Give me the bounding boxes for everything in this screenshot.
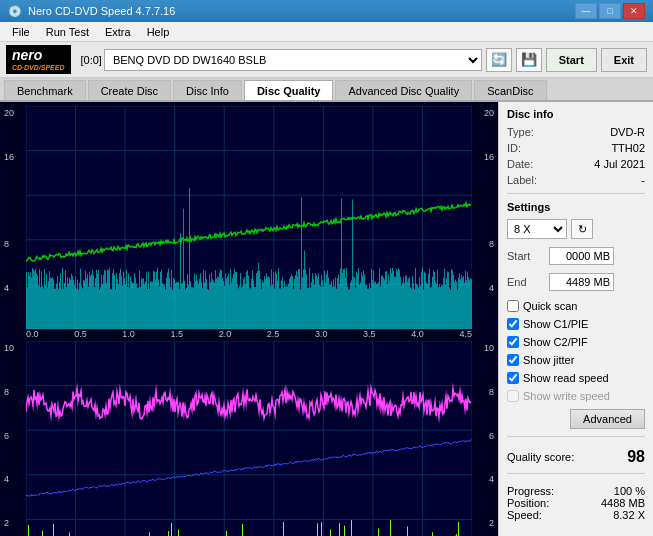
top-chart-container: 20 16 8 4 20 16 8 4 [4, 106, 494, 329]
menubar: File Run Test Extra Help [0, 22, 653, 42]
titlebar: 💿 Nero CD-DVD Speed 4.7.7.16 — □ ✕ [0, 0, 653, 22]
y-label-8: 8 [4, 239, 26, 249]
disc-date-row: Date: 4 Jul 2021 [507, 158, 645, 170]
show-c2pif-label: Show C2/PIF [523, 336, 588, 348]
show-write-speed-row: Show write speed [507, 390, 645, 402]
show-c1pie-row: Show C1/PIE [507, 318, 645, 330]
refresh-settings-icon[interactable]: ↻ [571, 219, 593, 239]
main-content: 20 16 8 4 20 16 8 4 [0, 102, 653, 536]
disc-id-row: ID: TTH02 [507, 142, 645, 154]
divider-1 [507, 193, 645, 194]
bottom-chart-canvas [26, 341, 472, 536]
drive-select[interactable]: BENQ DVD DD DW1640 BSLB [104, 49, 482, 71]
y-label-20: 20 [4, 108, 26, 118]
nero-logo-sub: CD·DVD/SPEED [12, 64, 65, 72]
quick-scan-row: Quick scan [507, 300, 645, 312]
menu-help[interactable]: Help [139, 24, 178, 40]
drive-index-label: [0:0] [81, 54, 102, 66]
position-label: Position: [507, 497, 549, 509]
quality-score-value: 98 [627, 448, 645, 466]
end-row: End 4489 MB [507, 273, 645, 291]
progress-label: Progress: [507, 485, 554, 497]
top-chart-y-axis-left: 20 16 8 4 [4, 106, 26, 329]
show-read-speed-label: Show read speed [523, 372, 609, 384]
save-icon[interactable]: 💾 [516, 48, 542, 72]
start-label: Start [507, 250, 545, 262]
bottom-chart-container: 108642 108642 [4, 341, 494, 536]
app-icon: 💿 [8, 5, 22, 18]
show-write-speed-label: Show write speed [523, 390, 610, 402]
show-write-speed-checkbox[interactable] [507, 390, 519, 402]
disc-type-label: Type: [507, 126, 534, 138]
close-button[interactable]: ✕ [623, 3, 645, 19]
maximize-button[interactable]: □ [599, 3, 621, 19]
quick-scan-label: Quick scan [523, 300, 577, 312]
show-read-speed-checkbox[interactable] [507, 372, 519, 384]
titlebar-controls: — □ ✕ [575, 3, 645, 19]
show-c1pie-label: Show C1/PIE [523, 318, 588, 330]
show-c2pif-checkbox[interactable] [507, 336, 519, 348]
drive-selector-group: [0:0] BENQ DVD DD DW1640 BSLB [81, 49, 482, 71]
progress-value: 100 % [614, 485, 645, 497]
tab-disc-quality[interactable]: Disc Quality [244, 80, 334, 100]
bottom-chart-y-axis-left: 108642 [4, 341, 26, 536]
speed-row: 8 X 4 X 2 X 1 X ↻ [507, 219, 645, 239]
disc-label-value: - [641, 174, 645, 186]
toolbar: nero CD·DVD/SPEED [0:0] BENQ DVD DD DW16… [0, 42, 653, 78]
show-jitter-row: Show jitter [507, 354, 645, 366]
position-row: Position: 4488 MB [507, 497, 645, 509]
divider-3 [507, 473, 645, 474]
end-label: End [507, 276, 545, 288]
show-jitter-label: Show jitter [523, 354, 574, 366]
divider-2 [507, 436, 645, 437]
speed-select[interactable]: 8 X 4 X 2 X 1 X [507, 219, 567, 239]
speed-row-progress: Speed: 8.32 X [507, 509, 645, 521]
bottom-chart-y-axis-right: 108642 [472, 341, 494, 536]
y-right-4: 4 [472, 283, 494, 293]
tab-scandisc[interactable]: ScanDisc [474, 80, 546, 100]
app-title: Nero CD-DVD Speed 4.7.7.16 [28, 5, 175, 17]
exit-button[interactable]: Exit [601, 48, 647, 72]
minimize-button[interactable]: — [575, 3, 597, 19]
tabbar: Benchmark Create Disc Disc Info Disc Qua… [0, 78, 653, 102]
tab-benchmark[interactable]: Benchmark [4, 80, 86, 100]
show-jitter-checkbox[interactable] [507, 354, 519, 366]
quality-score-row: Quality score: 98 [507, 448, 645, 466]
top-chart-y-axis-right: 20 16 8 4 [472, 106, 494, 329]
start-button[interactable]: Start [546, 48, 597, 72]
top-chart-canvas [26, 106, 472, 329]
disc-id-value: TTH02 [611, 142, 645, 154]
disc-label-label: Label: [507, 174, 537, 186]
tab-disc-info[interactable]: Disc Info [173, 80, 242, 100]
disc-label-row: Label: - [507, 174, 645, 186]
menu-run-test[interactable]: Run Test [38, 24, 97, 40]
quick-scan-checkbox[interactable] [507, 300, 519, 312]
disc-date-value: 4 Jul 2021 [594, 158, 645, 170]
speed-label: Speed: [507, 509, 542, 521]
tab-advanced-disc-quality[interactable]: Advanced Disc Quality [335, 80, 472, 100]
menu-extra[interactable]: Extra [97, 24, 139, 40]
chart-area: 20 16 8 4 20 16 8 4 [0, 102, 498, 536]
progress-section: Progress: 100 % Position: 4488 MB Speed:… [507, 485, 645, 521]
menu-file[interactable]: File [4, 24, 38, 40]
progress-row: Progress: 100 % [507, 485, 645, 497]
start-input[interactable]: 0000 MB [549, 247, 614, 265]
advanced-button[interactable]: Advanced [570, 409, 645, 429]
top-chart-x-axis: 0.00.51.01.52.02.53.03.54.04.5 [4, 329, 494, 339]
info-panel: Disc info Type: DVD-R ID: TTH02 Date: 4 … [498, 102, 653, 536]
position-value: 4488 MB [601, 497, 645, 509]
quality-score-label: Quality score: [507, 451, 574, 463]
y-label-16: 16 [4, 152, 26, 162]
disc-id-label: ID: [507, 142, 521, 154]
disc-info-title: Disc info [507, 108, 645, 120]
settings-title: Settings [507, 201, 645, 213]
show-read-speed-row: Show read speed [507, 372, 645, 384]
tab-create-disc[interactable]: Create Disc [88, 80, 171, 100]
end-input[interactable]: 4489 MB [549, 273, 614, 291]
speed-value: 8.32 X [613, 509, 645, 521]
y-right-8: 8 [472, 239, 494, 249]
reload-icon[interactable]: 🔄 [486, 48, 512, 72]
show-c1pie-checkbox[interactable] [507, 318, 519, 330]
show-c2pif-row: Show C2/PIF [507, 336, 645, 348]
y-label-4: 4 [4, 283, 26, 293]
